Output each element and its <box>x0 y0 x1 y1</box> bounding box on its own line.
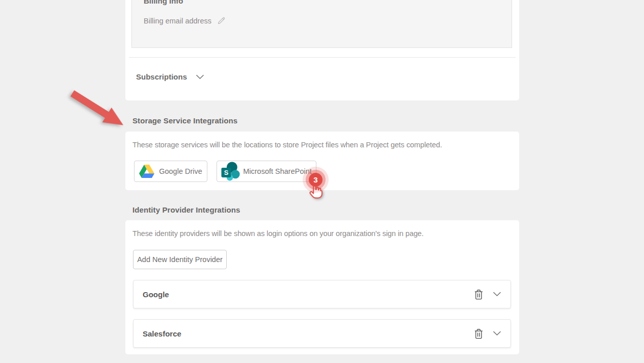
provider-row-google[interactable]: Google <box>133 280 511 308</box>
storage-section-description: These storage services will be the locat… <box>132 141 442 149</box>
delete-trash-icon[interactable] <box>473 288 485 301</box>
sharepoint-icon: S <box>221 162 240 181</box>
billing-info-title: Billing Info <box>144 0 183 5</box>
step-3-badge: 3 <box>309 173 323 187</box>
provider-name: Google <box>143 290 169 299</box>
google-drive-button[interactable]: Google Drive <box>134 161 207 182</box>
identity-integrations-card: These identity providers will be shown a… <box>125 220 519 354</box>
add-identity-provider-button[interactable]: Add New Identity Provider <box>133 250 227 269</box>
row-actions <box>473 327 502 340</box>
organization-settings-page: Billing Info Billing email address Subsc… <box>0 0 644 363</box>
identity-section-description: These identity providers will be shown a… <box>132 229 424 238</box>
expand-chevron-down-icon[interactable] <box>492 330 502 337</box>
sharepoint-button-label: Microsoft SharePoint <box>243 167 312 175</box>
row-actions <box>473 288 502 301</box>
billing-info-panel: Billing Info Billing email address <box>131 0 512 48</box>
sharepoint-button[interactable]: S Microsoft SharePoint <box>217 161 316 182</box>
edit-pencil-icon[interactable] <box>217 16 226 25</box>
storage-service-buttons: Google Drive S Microsoft SharePoint <box>134 161 316 182</box>
expand-chevron-down-icon[interactable] <box>492 291 502 298</box>
google-drive-button-label: Google Drive <box>159 167 202 175</box>
billing-subscriptions-card: Billing Info Billing email address Subsc… <box>125 0 519 100</box>
identity-section-heading: Identity Provider Integrations <box>132 205 240 214</box>
divider <box>129 57 516 58</box>
storage-section-heading: Storage Service Integrations <box>132 116 237 125</box>
svg-text:S: S <box>224 169 229 176</box>
billing-email-row: Billing email address <box>144 16 226 25</box>
provider-row-salesforce[interactable]: Salesforce <box>133 319 511 348</box>
delete-trash-icon[interactable] <box>473 327 485 340</box>
subscriptions-toggle[interactable]: Subscriptions <box>136 72 204 81</box>
red-arrow-icon <box>66 85 128 136</box>
subscriptions-label: Subscriptions <box>136 72 187 81</box>
provider-name: Salesforce <box>143 329 181 338</box>
chevron-down-icon <box>196 74 204 80</box>
billing-email-label: Billing email address <box>144 17 211 25</box>
google-drive-icon <box>139 165 154 178</box>
